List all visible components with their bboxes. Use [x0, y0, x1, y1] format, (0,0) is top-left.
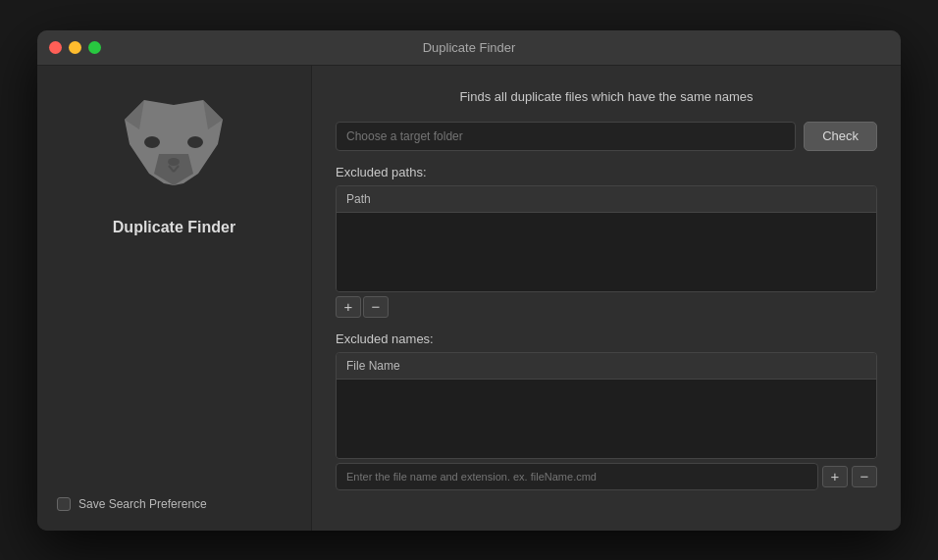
sidebar-content: Duplicate Finder	[113, 95, 235, 236]
paths-table-body	[337, 213, 876, 291]
app-name-label: Duplicate Finder	[113, 219, 235, 236]
remove-path-button[interactable]: −	[363, 296, 389, 318]
paths-table-controls: + −	[336, 296, 877, 318]
names-table-body	[337, 380, 876, 458]
window-body: Duplicate Finder Save Search Preference …	[37, 66, 901, 531]
remove-name-button[interactable]: −	[852, 466, 877, 487]
traffic-lights	[49, 41, 101, 54]
excluded-names-label: Excluded names:	[336, 331, 877, 346]
excluded-paths-label: Excluded paths:	[336, 165, 877, 179]
names-column-header: File Name	[337, 353, 876, 380]
sidebar-bottom: Save Search Preference	[57, 497, 291, 511]
excluded-names-table: File Name	[336, 352, 877, 459]
folder-input[interactable]	[336, 122, 796, 151]
app-logo	[115, 95, 233, 203]
check-button[interactable]: Check	[804, 122, 877, 151]
filename-input[interactable]	[336, 463, 818, 490]
filename-row: + −	[336, 463, 877, 490]
paths-column-header: Path	[337, 186, 876, 213]
minimize-button[interactable]	[69, 41, 81, 54]
sidebar: Duplicate Finder Save Search Preference	[37, 66, 312, 531]
save-preference-checkbox[interactable]	[57, 497, 71, 511]
excluded-names-section: Excluded names: File Name + −	[336, 331, 877, 490]
save-preference-label: Save Search Preference	[78, 497, 207, 511]
svg-point-4	[144, 136, 160, 148]
main-panel: Finds all duplicate files which have the…	[312, 66, 901, 531]
svg-point-6	[168, 158, 180, 166]
add-path-button[interactable]: +	[336, 296, 361, 318]
close-button[interactable]	[49, 41, 62, 54]
titlebar: Duplicate Finder	[37, 30, 901, 66]
maximize-button[interactable]	[88, 41, 101, 54]
header-description: Finds all duplicate files which have the…	[336, 89, 877, 104]
excluded-paths-section: Excluded paths: Path + −	[336, 165, 877, 318]
add-name-button[interactable]: +	[822, 466, 848, 487]
window-title: Duplicate Finder	[423, 40, 516, 55]
svg-point-5	[187, 136, 203, 148]
excluded-paths-table: Path	[336, 185, 877, 292]
folder-row: Check	[336, 122, 877, 151]
main-window: Duplicate Finder	[37, 30, 901, 531]
